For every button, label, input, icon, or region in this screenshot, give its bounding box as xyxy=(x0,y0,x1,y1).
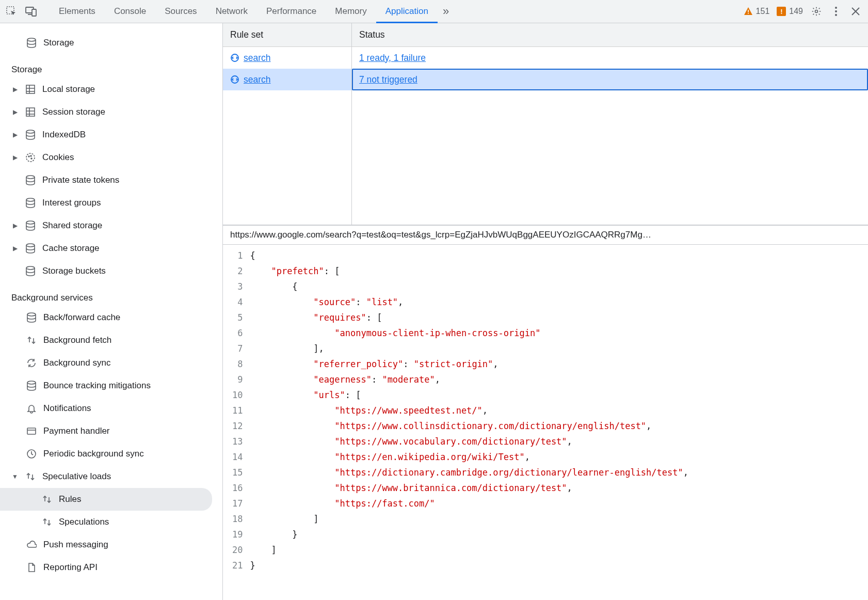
svg-point-8 xyxy=(835,10,837,12)
db-icon xyxy=(25,265,36,277)
chevron-right-icon: ▶ xyxy=(11,108,19,116)
sidebar-item-storage-top[interactable]: Storage xyxy=(0,31,222,54)
tab-network[interactable]: Network xyxy=(206,0,257,23)
svg-point-23 xyxy=(28,156,29,157)
svg-point-31 xyxy=(27,313,36,316)
warnings-count: 151 xyxy=(756,7,770,16)
sidebar-item-interest-groups[interactable]: ▶Interest groups xyxy=(0,192,222,214)
sidebar-item-session-storage[interactable]: ▶Session storage xyxy=(0,101,222,123)
database-icon xyxy=(26,37,37,49)
sidebar-item-cache-storage[interactable]: ▶Cache storage xyxy=(0,237,222,260)
table-row[interactable]: search7 not triggered xyxy=(223,69,868,90)
sidebar-item-label: Private state tokens xyxy=(42,175,119,185)
grid-icon xyxy=(25,84,36,95)
sidebar-item-speculations[interactable]: Speculations xyxy=(0,511,222,533)
issue-square-icon: ! xyxy=(777,7,786,16)
sidebar-item-label: Background sync xyxy=(43,358,110,368)
tab-performance[interactable]: Performance xyxy=(257,0,326,23)
svg-point-6 xyxy=(815,10,818,13)
tab-elements[interactable]: Elements xyxy=(50,0,105,23)
sidebar-item-speculative-loads[interactable]: ▼Speculative loads xyxy=(0,465,222,488)
sidebar-item-label: Push messaging xyxy=(43,540,108,550)
bell-icon xyxy=(26,403,37,414)
sidebar-item-indexeddb[interactable]: ▶IndexedDB xyxy=(0,123,222,146)
svg-point-32 xyxy=(27,381,36,384)
code-body: { "prefetch": [ { "source": "list", "req… xyxy=(250,248,699,600)
tab-memory[interactable]: Memory xyxy=(326,0,376,23)
tab-application[interactable]: Application xyxy=(376,0,438,23)
sidebar-item-rules[interactable]: Rules xyxy=(0,488,212,511)
tab-console[interactable]: Console xyxy=(105,0,155,23)
more-menu-icon[interactable] xyxy=(830,5,842,18)
ruleset-url[interactable]: https://www.google.com/search?q=test&oq=… xyxy=(223,225,868,245)
column-header-status[interactable]: Status xyxy=(352,23,868,46)
db-icon xyxy=(26,312,37,323)
sidebar-item-notifications[interactable]: Notifications xyxy=(0,397,222,420)
sidebar-item-label: Payment handler xyxy=(43,426,110,436)
sidebar-item-bounce-tracking-mitigations[interactable]: Bounce tracking mitigations xyxy=(0,374,222,397)
code-viewer[interactable]: 1 2 3 4 5 6 7 8 9 10 11 12 13 14 15 16 1… xyxy=(223,245,868,600)
sidebar-section-background-services: Background services xyxy=(0,282,222,306)
sidebar-item-label: Local storage xyxy=(42,84,95,94)
close-devtools-icon[interactable] xyxy=(849,5,862,18)
issues-count: 149 xyxy=(789,7,803,16)
sidebar-item-background-fetch[interactable]: Background fetch xyxy=(0,329,222,352)
tab-sources[interactable]: Sources xyxy=(155,0,206,23)
sidebar-item-cookies[interactable]: ▶Cookies xyxy=(0,146,222,169)
ruleset-link[interactable]: search xyxy=(244,74,271,85)
sidebar-item-storage-buckets[interactable]: ▶Storage buckets xyxy=(0,260,222,282)
tabs-overflow-button[interactable]: » xyxy=(438,5,454,18)
ruleset-link[interactable]: search xyxy=(244,53,271,64)
warnings-badge[interactable]: 151 xyxy=(744,7,770,16)
sidebar-item-periodic-background-sync[interactable]: Periodic background sync xyxy=(0,443,222,465)
sidebar-item-background-sync[interactable]: Background sync xyxy=(0,352,222,374)
svg-point-29 xyxy=(26,244,35,247)
chevron-right-icon: ▶ xyxy=(11,86,19,93)
sidebar-item-push-messaging[interactable]: Push messaging xyxy=(0,533,222,556)
sidebar-item-label: Reporting API xyxy=(43,562,98,573)
sidebar-item-label: IndexedDB xyxy=(42,130,86,140)
db-icon xyxy=(25,220,36,231)
sidebar-section-storage: Storage xyxy=(0,54,222,78)
sidebar-item-shared-storage[interactable]: ▶Shared storage xyxy=(0,214,222,237)
svg-point-30 xyxy=(26,266,35,270)
svg-rect-17 xyxy=(26,108,35,116)
sidebar-item-reporting-api[interactable]: Reporting API xyxy=(0,556,222,579)
grid-icon xyxy=(25,106,36,118)
sync-icon xyxy=(26,357,37,369)
issues-badge[interactable]: ! 149 xyxy=(777,7,803,16)
inspect-icon[interactable] xyxy=(5,5,18,18)
clock-icon xyxy=(26,448,37,460)
svg-rect-4 xyxy=(748,10,749,12)
sidebar-item-back-forward-cache[interactable]: Back/forward cache xyxy=(0,306,222,329)
sidebar-item-label: Cookies xyxy=(42,152,74,163)
status-link[interactable]: 7 not triggered xyxy=(359,74,417,85)
updown-icon xyxy=(25,471,36,482)
sidebar-item-label: Shared storage xyxy=(42,220,102,231)
sidebar-item-local-storage[interactable]: ▶Local storage xyxy=(0,78,222,101)
sidebar-item-label: Storage buckets xyxy=(42,266,106,276)
svg-rect-5 xyxy=(748,13,749,14)
chevron-down-icon: ▼ xyxy=(11,473,19,480)
settings-icon[interactable] xyxy=(810,5,823,18)
db-icon xyxy=(25,197,36,209)
sidebar-item-payment-handler[interactable]: Payment handler xyxy=(0,420,222,443)
sidebar-item-private-state-tokens[interactable]: ▶Private state tokens xyxy=(0,169,222,192)
device-toggle-icon[interactable] xyxy=(25,5,37,18)
ruleset-icon xyxy=(230,53,239,62)
updown-icon xyxy=(41,516,53,528)
ruleset-icon xyxy=(230,75,239,84)
chevron-right-icon: ▶ xyxy=(11,245,19,252)
chevron-right-icon: ▶ xyxy=(11,222,19,229)
code-gutter: 1 2 3 4 5 6 7 8 9 10 11 12 13 14 15 16 1… xyxy=(223,248,250,600)
updown-icon xyxy=(26,335,37,346)
status-link[interactable]: 1 ready, 1 failure xyxy=(359,53,426,64)
svg-point-27 xyxy=(26,198,35,201)
sidebar-item-label: Periodic background sync xyxy=(43,449,144,459)
column-header-ruleset[interactable]: Rule set xyxy=(223,23,352,46)
svg-point-26 xyxy=(26,176,35,179)
cookie-icon xyxy=(25,152,36,163)
sidebar-item-label: Background fetch xyxy=(43,335,111,345)
table-row[interactable]: search1 ready, 1 failure xyxy=(223,47,868,69)
sidebar-item-label: Rules xyxy=(59,494,81,504)
